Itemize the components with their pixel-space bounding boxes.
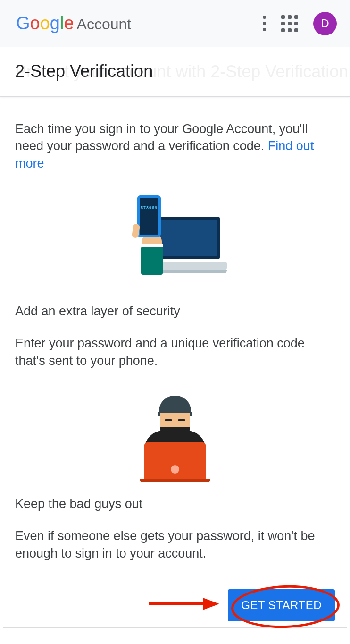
page-title: 2-Step Verification [15, 61, 335, 81]
google-apps-icon[interactable] [281, 15, 298, 32]
svg-marker-1 [203, 598, 219, 610]
section1-body: Enter your password and a unique verific… [15, 335, 335, 369]
header-actions: D [263, 12, 337, 35]
profile-avatar[interactable]: D [313, 12, 337, 35]
burglar-icon [133, 393, 217, 478]
section1-title: Add an extra layer of security [15, 304, 335, 319]
section2-body: Even if someone else gets your password,… [15, 527, 335, 562]
get-started-button[interactable]: GET STARTED [228, 589, 335, 621]
action-row: GET STARTED [15, 589, 335, 621]
illustration-security: 578969 [15, 195, 335, 285]
phone-laptop-icon: 578969 [130, 195, 220, 285]
more-options-icon[interactable] [263, 16, 266, 31]
phone-code: 578969 [140, 205, 158, 210]
divider [3, 627, 347, 628]
google-account-logo: Google Account [16, 13, 131, 34]
google-logo: Google [16, 13, 74, 34]
annotation-arrow-icon [149, 597, 219, 611]
account-label: Account [77, 16, 132, 33]
title-bar: Protect your account with 2-Step Verific… [0, 47, 350, 97]
avatar-initial: D [321, 17, 329, 30]
intro-text: Each time you sign in to your Google Acc… [15, 122, 308, 153]
illustration-burglar [15, 393, 335, 478]
main-content: Each time you sign in to your Google Acc… [0, 97, 350, 590]
app-header: Google Account D [0, 0, 350, 47]
section2-title: Keep the bad guys out [15, 497, 335, 511]
intro-paragraph: Each time you sign in to your Google Acc… [15, 120, 335, 172]
